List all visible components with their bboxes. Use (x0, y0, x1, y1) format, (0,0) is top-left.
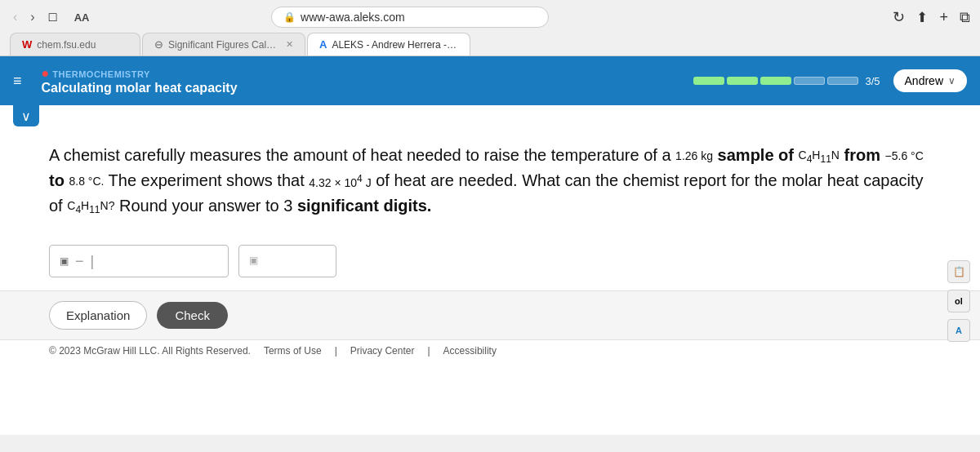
answer-input-box[interactable]: ▣ − | (49, 245, 229, 277)
answer-row: ▣ − | ▣ (0, 245, 980, 277)
book-icon[interactable]: □ (45, 10, 61, 24)
tab-favicon-3: A (319, 38, 327, 51)
browser-chrome: ‹ › □ AA 🔒 www-awa.aleks.com ↻ ⬆ + ⧉ W c… (0, 0, 980, 56)
page-content: ≡ ● THERMOCHEMISTRY Calculating molar he… (0, 56, 980, 435)
side-icons-panel: 📋 ol A (947, 260, 970, 342)
progress-seg-1 (693, 77, 724, 85)
browser-tabs: W chem.fsu.edu ⊖ Significant Figures Cal… (10, 33, 970, 55)
compound-formula-1: C4H11N (799, 148, 840, 162)
tab-aleks[interactable]: A ALEKS - Andrew Herrera - Learn (307, 33, 470, 55)
answer-box-icon-left: ▣ (60, 255, 69, 267)
unit-icon: ▣ (249, 255, 258, 266)
fraction-dash-2: | (91, 253, 95, 270)
tab-label-3: ALEKS - Andrew Herrera - Learn (332, 39, 458, 51)
progress-bar (693, 77, 858, 85)
question-area: A chemist carefully measures the amount … (0, 126, 980, 232)
privacy-link[interactable]: Privacy Center (350, 345, 415, 357)
check-button[interactable]: Check (157, 302, 228, 329)
footer-bar: Explanation Check (0, 290, 980, 339)
mass-value: 1.26 kg (675, 149, 713, 162)
tab-chem-fsu[interactable]: W chem.fsu.edu (10, 33, 140, 55)
accessibility-link[interactable]: Accessibility (443, 345, 497, 357)
user-name: Andrew (905, 74, 943, 87)
topic-title: Calculating molar heat capacity (42, 81, 681, 95)
url-text: www-awa.aleks.com (301, 11, 405, 24)
tab-sigfig[interactable]: ⊖ Significant Figures Calculator and... … (142, 33, 305, 55)
browser-toolbar: ‹ › □ AA 🔒 www-awa.aleks.com ↻ ⬆ + ⧉ (10, 7, 970, 28)
header-topic: ● THERMOCHEMISTRY Calculating molar heat… (42, 66, 681, 95)
separator-2: | (427, 345, 430, 357)
fraction-dash-1: − (75, 253, 84, 270)
temp2-value: 8.8 °C. (69, 175, 104, 188)
address-bar[interactable]: 🔒 www-awa.aleks.com (271, 7, 549, 28)
heat-value: 4.32 × 104 J (309, 176, 371, 189)
topic-label: ● THERMOCHEMISTRY (42, 66, 681, 81)
copyright-text: © 2023 McGraw Hill LLC. All Rights Reser… (49, 345, 251, 357)
tab-label-2: Significant Figures Calculator and... (168, 39, 281, 51)
share-icon[interactable]: ⬆ (916, 9, 928, 26)
progress-label: 3/5 (865, 75, 880, 87)
terms-link[interactable]: Terms of Use (264, 345, 322, 357)
tab-label-1: chem.fsu.edu (37, 39, 96, 51)
font-size-label[interactable]: AA (68, 10, 96, 25)
separator-1: | (335, 345, 337, 357)
lock-icon: 🔒 (283, 11, 296, 23)
copy-icon[interactable]: ⧉ (960, 9, 970, 26)
reload-icon[interactable]: ↻ (893, 8, 905, 26)
back-button[interactable]: ‹ (10, 8, 20, 26)
forward-button[interactable]: › (27, 8, 38, 26)
temp1-value: −5.6 °C (885, 149, 924, 162)
tab-close-2[interactable]: ✕ (286, 39, 293, 50)
bottom-bar: © 2023 McGraw Hill LLC. All Rights Reser… (0, 339, 980, 361)
expand-button[interactable]: ∨ (13, 105, 39, 126)
compound-formula-2: C4H11N? (67, 199, 114, 212)
topic-dot: ● (42, 66, 50, 80)
sig-figs-number: 3 (283, 197, 292, 215)
user-chevron: ∨ (948, 75, 956, 86)
tab-favicon-1: W (22, 38, 32, 51)
explanation-button[interactable]: Explanation (49, 301, 147, 330)
question-text: A chemist carefully measures the amount … (49, 143, 931, 219)
progress-seg-4 (794, 77, 825, 85)
unit-input-box[interactable]: ▣ (238, 245, 336, 277)
tab-favicon-2: ⊖ (154, 38, 163, 51)
side-icon-ol[interactable]: ol (947, 290, 970, 312)
side-icon-a[interactable]: A (947, 319, 970, 342)
side-icon-notes[interactable]: 📋 (947, 260, 970, 283)
progress-container: 3/5 (693, 75, 880, 87)
progress-seg-2 (727, 77, 758, 85)
progress-seg-5 (827, 77, 858, 85)
add-tab-icon[interactable]: + (939, 9, 948, 26)
expand-row: ∨ (0, 105, 980, 126)
user-menu-button[interactable]: Andrew ∨ (893, 69, 967, 92)
toolbar-right: ↻ ⬆ + ⧉ (893, 8, 970, 26)
hamburger-menu[interactable]: ≡ (13, 73, 22, 90)
progress-seg-3 (760, 77, 791, 85)
aleks-header: ≡ ● THERMOCHEMISTRY Calculating molar he… (0, 56, 980, 105)
